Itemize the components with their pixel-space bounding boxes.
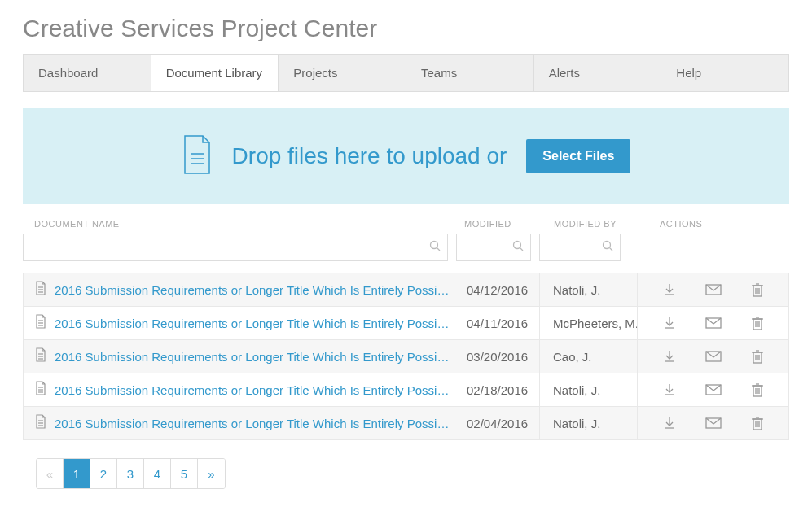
tab-dashboard[interactable]: Dashboard: [24, 55, 151, 91]
cell-name: 2016 Submission Requirements or Longer T…: [24, 373, 450, 406]
delete-button[interactable]: [751, 316, 764, 330]
filter-name-wrap: [23, 234, 448, 261]
email-button[interactable]: [705, 317, 722, 329]
document-link[interactable]: 2016 Submission Requirements or Longer T…: [55, 317, 450, 330]
cell-modified-by: McPheeters, M.: [540, 307, 638, 339]
cell-actions: [638, 273, 788, 306]
pagination-page-2[interactable]: 2: [90, 459, 117, 488]
cell-actions: [638, 340, 788, 373]
delete-button[interactable]: [751, 416, 764, 430]
document-link[interactable]: 2016 Submission Requirements or Longer T…: [55, 417, 450, 430]
cell-modified-by: Cao, J.: [540, 340, 638, 373]
filter-modified-wrap: [456, 234, 531, 261]
document-icon: [35, 347, 46, 365]
tab-teams[interactable]: Teams: [406, 55, 534, 91]
table-row: 2016 Submission Requirements or Longer T…: [24, 373, 788, 407]
email-button[interactable]: [705, 284, 722, 295]
column-header-modified-by: MODIFIED BY: [546, 219, 652, 229]
filter-name-input[interactable]: [24, 234, 447, 260]
column-header-name: DOCUMENT NAME: [23, 219, 456, 229]
pagination-next[interactable]: »: [198, 459, 225, 488]
document-link[interactable]: 2016 Submission Requirements or Longer T…: [55, 383, 450, 397]
pagination: «12345»: [36, 458, 226, 489]
document-table: DOCUMENT NAME MODIFIED MODIFIED BY ACTIO…: [23, 212, 789, 440]
download-button[interactable]: [662, 382, 677, 397]
cell-modified-by: Natoli, J.: [540, 273, 638, 306]
tab-bar: DashboardDocument LibraryProjectsTeamsAl…: [23, 54, 789, 92]
cell-modified: 04/11/2016: [450, 307, 540, 339]
pagination-prev[interactable]: «: [37, 459, 64, 488]
pagination-page-3[interactable]: 3: [117, 459, 144, 488]
document-icon: [35, 414, 46, 432]
cell-modified: 02/18/2016: [450, 373, 540, 406]
table-row: 2016 Submission Requirements or Longer T…: [24, 340, 788, 373]
pagination-page-1[interactable]: 1: [64, 459, 90, 488]
column-header-modified: MODIFIED: [456, 219, 546, 229]
document-icon: [35, 281, 46, 299]
tab-document-library[interactable]: Document Library: [151, 55, 279, 91]
email-button[interactable]: [705, 351, 722, 362]
cell-actions: [638, 407, 788, 439]
email-button[interactable]: [705, 417, 722, 429]
cell-modified: 04/12/2016: [450, 273, 540, 306]
pagination-page-5[interactable]: 5: [171, 459, 198, 488]
dropzone-text: Drop files here to upload or: [232, 143, 507, 169]
select-files-button[interactable]: Select Files: [526, 139, 630, 173]
document-icon: [35, 314, 46, 332]
document-icon: [35, 381, 46, 399]
delete-button[interactable]: [751, 382, 764, 397]
cell-actions: [638, 373, 788, 406]
table-row: 2016 Submission Requirements or Longer T…: [24, 307, 788, 340]
cell-name: 2016 Submission Requirements or Longer T…: [24, 307, 450, 339]
cell-name: 2016 Submission Requirements or Longer T…: [24, 340, 450, 373]
cell-modified: 02/04/2016: [450, 407, 540, 439]
document-icon: [182, 134, 213, 178]
column-header-actions: ACTIONS: [652, 219, 789, 229]
cell-modified-by: Natoli, J.: [540, 373, 638, 406]
tab-projects[interactable]: Projects: [279, 55, 406, 91]
download-button[interactable]: [662, 316, 677, 330]
cell-modified: 03/20/2016: [450, 340, 540, 373]
download-button[interactable]: [662, 349, 677, 364]
tab-help[interactable]: Help: [661, 55, 788, 91]
filter-modified-input[interactable]: [457, 234, 530, 260]
document-link[interactable]: 2016 Submission Requirements or Longer T…: [55, 350, 450, 364]
download-button[interactable]: [662, 282, 677, 297]
filter-modified-by-wrap: [539, 234, 621, 261]
email-button[interactable]: [705, 384, 722, 395]
dropzone[interactable]: Drop files here to upload or Select File…: [23, 108, 789, 204]
delete-button[interactable]: [751, 282, 764, 297]
cell-modified-by: Natoli, J.: [540, 407, 638, 439]
page-title: Creative Services Project Center: [0, 0, 812, 54]
delete-button[interactable]: [751, 349, 764, 364]
cell-actions: [638, 307, 788, 339]
filter-modified-by-input[interactable]: [540, 234, 620, 260]
table-row: 2016 Submission Requirements or Longer T…: [24, 407, 788, 440]
download-button[interactable]: [662, 416, 677, 430]
table-row: 2016 Submission Requirements or Longer T…: [24, 273, 788, 307]
tab-alerts[interactable]: Alerts: [534, 55, 662, 91]
document-link[interactable]: 2016 Submission Requirements or Longer T…: [55, 283, 450, 297]
pagination-page-4[interactable]: 4: [144, 459, 171, 488]
cell-name: 2016 Submission Requirements or Longer T…: [24, 407, 450, 439]
cell-name: 2016 Submission Requirements or Longer T…: [24, 273, 450, 306]
